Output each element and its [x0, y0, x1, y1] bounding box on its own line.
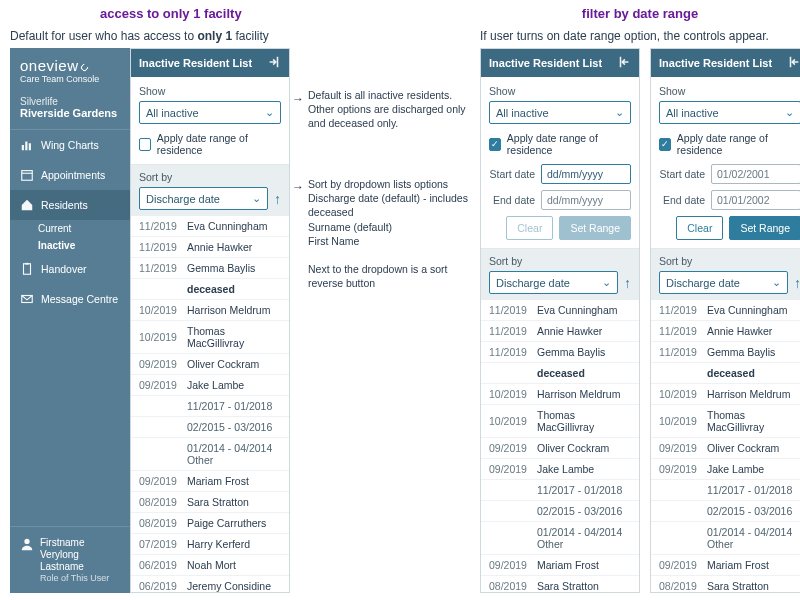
- list-item[interactable]: 11/2017 - 01/2018: [651, 480, 800, 501]
- list-item[interactable]: 11/2017 - 01/2018: [131, 396, 289, 417]
- list-item[interactable]: 09/2019Oliver Cockram: [481, 438, 639, 459]
- nav-handover[interactable]: Handover: [10, 254, 130, 284]
- start-date-input[interactable]: dd/mm/yyyy: [541, 164, 631, 184]
- list-item[interactable]: 06/2019Jeremy Considine: [131, 576, 289, 592]
- inactive-panel-c: Inactive Resident List Show All inactive…: [650, 48, 800, 593]
- anno-arrow-icon: →: [292, 92, 304, 106]
- list-item[interactable]: 10/2019Harrison Meldrum: [481, 384, 639, 405]
- list-item[interactable]: 07/2019Harry Kerferd: [131, 534, 289, 555]
- list-item[interactable]: 10/2019Harrison Meldrum: [651, 384, 800, 405]
- anno-arrow-icon: →: [292, 180, 304, 194]
- sort-select[interactable]: Discharge date ⌄: [659, 271, 788, 294]
- svg-rect-5: [24, 264, 31, 275]
- nav-residents[interactable]: Residents: [10, 190, 130, 220]
- set-range-button[interactable]: Set Range: [729, 216, 800, 240]
- clear-button[interactable]: Clear: [506, 216, 553, 240]
- list-item[interactable]: 06/2019Noah Mort: [131, 555, 289, 576]
- panel-header: Inactive Resident List: [131, 49, 289, 77]
- sidebar: oneview Care Team Console Silverlife Riv…: [10, 48, 130, 593]
- sort-label: Sort by: [139, 171, 281, 183]
- list-item[interactable]: 09/2019Mariam Frost: [131, 471, 289, 492]
- svg-rect-1: [25, 142, 27, 151]
- nav-message-centre[interactable]: Message Centre: [10, 284, 130, 314]
- list-item[interactable]: 01/2014 - 04/2014 Other: [481, 522, 639, 555]
- facility-block: Silverlife Riverside Gardens: [10, 90, 130, 129]
- nav-wing-charts[interactable]: Wing Charts: [10, 130, 130, 160]
- svg-rect-2: [29, 144, 31, 151]
- list-item[interactable]: 08/2019Sara Stratton: [651, 576, 800, 592]
- chevron-down-icon: ⌄: [785, 106, 794, 119]
- list-item[interactable]: 11/2019Gemma Baylis: [131, 258, 289, 279]
- sort-reverse-icon[interactable]: ↑: [274, 191, 281, 207]
- list-item[interactable]: 09/2019Jake Lambe: [651, 459, 800, 480]
- list-item[interactable]: 09/2019Oliver Cockram: [651, 438, 800, 459]
- list-item[interactable]: 11/2019Annie Hawker: [481, 321, 639, 342]
- user-box[interactable]: Firstname Verylong Lastname Role of This…: [10, 526, 130, 593]
- date-range-label: Apply date range of residence: [157, 132, 281, 156]
- section-title-right: filter by date range: [480, 6, 800, 21]
- show-select[interactable]: All inactive ⌄: [659, 101, 800, 124]
- list-item[interactable]: 10/2019Thomas MacGillivray: [651, 405, 800, 438]
- annotation-show: Default is all inactive residents. Other…: [308, 88, 478, 131]
- sort-reverse-icon[interactable]: ↑: [794, 275, 800, 291]
- list-item[interactable]: 01/2014 - 04/2014 Other: [131, 438, 289, 471]
- list-item[interactable]: 08/2019Sara Stratton: [481, 576, 639, 592]
- list-item[interactable]: 02/2015 - 03/2016: [651, 501, 800, 522]
- list-item[interactable]: 09/2019Jake Lambe: [131, 375, 289, 396]
- start-date-input[interactable]: 01/02/2001: [711, 164, 800, 184]
- section-desc-right: If user turns on date range option, the …: [480, 29, 800, 43]
- annotation-sort: Sort by dropdown lists options Discharge…: [308, 177, 478, 290]
- date-range-checkbox[interactable]: [139, 138, 151, 151]
- expand-icon[interactable]: [267, 55, 281, 71]
- nav: Wing Charts Appointments Residents Curre…: [10, 129, 130, 526]
- show-select[interactable]: All inactive ⌄: [489, 101, 631, 124]
- list-item[interactable]: deceased: [481, 363, 639, 384]
- list-item[interactable]: 11/2019Eva Cunningham: [651, 300, 800, 321]
- chart-icon: [20, 138, 34, 152]
- date-range-checkbox[interactable]: [659, 138, 671, 151]
- list-item[interactable]: 08/2019Paige Carruthers: [131, 513, 289, 534]
- list-item[interactable]: 11/2019Gemma Baylis: [651, 342, 800, 363]
- sort-reverse-icon[interactable]: ↑: [624, 275, 631, 291]
- chevron-down-icon: ⌄: [265, 106, 274, 119]
- nav-residents-current[interactable]: Current: [10, 220, 130, 237]
- list-item[interactable]: 02/2015 - 03/2016: [131, 417, 289, 438]
- brand-logo: oneview: [20, 58, 120, 75]
- list-item[interactable]: 11/2019Gemma Baylis: [481, 342, 639, 363]
- list-item[interactable]: 11/2019Annie Hawker: [131, 237, 289, 258]
- list-item[interactable]: 11/2019Eva Cunningham: [481, 300, 639, 321]
- list-item[interactable]: 11/2019Annie Hawker: [651, 321, 800, 342]
- list-item[interactable]: 01/2014 - 04/2014 Other: [651, 522, 800, 555]
- end-date-input[interactable]: 01/01/2002: [711, 190, 800, 210]
- list-item[interactable]: 09/2019Mariam Frost: [651, 555, 800, 576]
- nav-residents-inactive[interactable]: Inactive: [10, 237, 130, 254]
- svg-rect-6: [25, 263, 29, 265]
- list-item[interactable]: 10/2019Harrison Meldrum: [131, 300, 289, 321]
- clear-button[interactable]: Clear: [676, 216, 723, 240]
- list-item[interactable]: 08/2019Sara Stratton: [131, 492, 289, 513]
- end-date-input[interactable]: dd/mm/yyyy: [541, 190, 631, 210]
- resident-list: 11/2019Eva Cunningham11/2019Annie Hawker…: [131, 216, 289, 592]
- sort-select[interactable]: Discharge date ⌄: [489, 271, 618, 294]
- list-item[interactable]: 11/2017 - 01/2018: [481, 480, 639, 501]
- list-item[interactable]: 11/2019Eva Cunningham: [131, 216, 289, 237]
- list-item[interactable]: 02/2015 - 03/2016: [481, 501, 639, 522]
- list-item[interactable]: 09/2019Oliver Cockram: [131, 354, 289, 375]
- collapse-icon[interactable]: [617, 55, 631, 71]
- date-range-checkbox[interactable]: [489, 138, 501, 151]
- collapse-icon[interactable]: [787, 55, 800, 71]
- list-item[interactable]: deceased: [131, 279, 289, 300]
- chevron-down-icon: ⌄: [602, 276, 611, 289]
- list-item[interactable]: 10/2019Thomas MacGillivray: [131, 321, 289, 354]
- svg-rect-0: [22, 145, 24, 150]
- list-item[interactable]: deceased: [651, 363, 800, 384]
- show-select[interactable]: All inactive ⌄: [139, 101, 281, 124]
- list-item[interactable]: 09/2019Mariam Frost: [481, 555, 639, 576]
- list-item[interactable]: 10/2019Thomas MacGillivray: [481, 405, 639, 438]
- sort-select[interactable]: Discharge date ⌄: [139, 187, 268, 210]
- clipboard-icon: [20, 262, 34, 276]
- set-range-button[interactable]: Set Range: [559, 216, 631, 240]
- list-item[interactable]: 09/2019Jake Lambe: [481, 459, 639, 480]
- brand-subtitle: Care Team Console: [20, 75, 120, 85]
- nav-appointments[interactable]: Appointments: [10, 160, 130, 190]
